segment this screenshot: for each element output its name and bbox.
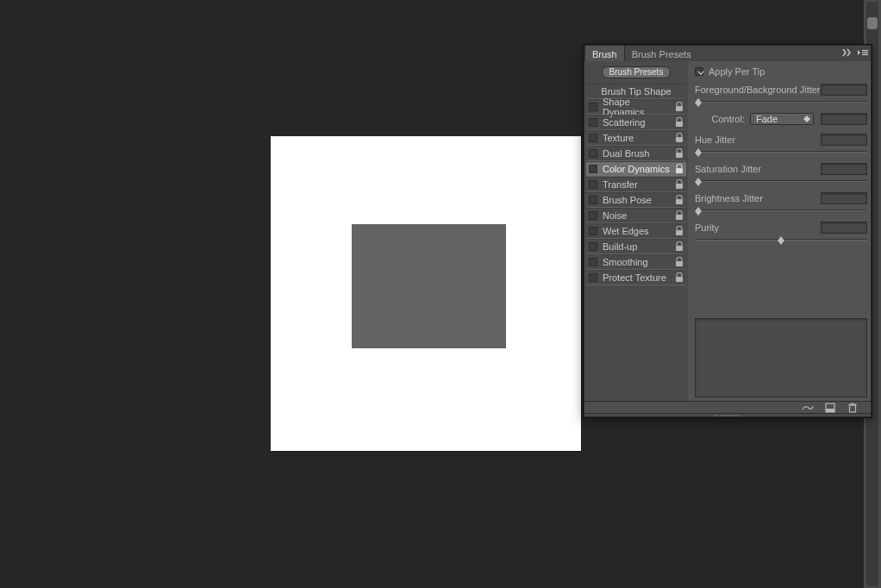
slider-knob[interactable] — [695, 98, 702, 107]
option-texture[interactable]: Texture — [586, 130, 686, 146]
lock-icon[interactable] — [675, 179, 684, 190]
svg-rect-5 — [676, 137, 683, 142]
fgbg-jitter-slider[interactable] — [695, 101, 867, 103]
lock-icon[interactable] — [675, 226, 684, 236]
option-wet-edges[interactable]: Wet Edges — [586, 223, 686, 239]
svg-rect-10 — [676, 215, 683, 220]
checkbox[interactable] — [589, 134, 597, 142]
checkbox[interactable] — [589, 103, 597, 111]
tab-brush-presets[interactable]: Brush Presets — [625, 46, 698, 61]
option-label: Protect Texture — [603, 272, 673, 283]
option-scattering[interactable]: Scattering — [586, 115, 686, 130]
lock-icon[interactable] — [675, 102, 684, 112]
option-protect-texture[interactable]: Protect Texture — [586, 270, 686, 285]
option-label: Scattering — [603, 117, 673, 128]
saturation-jitter-slider[interactable] — [695, 180, 867, 182]
new-preset-icon[interactable] — [824, 403, 836, 413]
checkbox[interactable] — [589, 273, 597, 282]
svg-rect-16 — [826, 409, 834, 412]
svg-rect-3 — [676, 106, 683, 111]
option-label: Brush Tip Shape — [589, 86, 684, 97]
panel-menu-icon[interactable] — [857, 47, 869, 59]
slider-knob[interactable] — [695, 148, 702, 157]
apply-per-tip-checkbox[interactable] — [695, 67, 703, 76]
panel-resize-grip[interactable] — [584, 413, 871, 416]
apply-per-tip-row[interactable]: Apply Per Tip — [695, 66, 867, 77]
apply-per-tip-label: Apply Per Tip — [709, 66, 765, 77]
control-steps-field[interactable] — [821, 113, 867, 125]
checkbox[interactable] — [589, 149, 597, 158]
brightness-jitter-field[interactable] — [821, 192, 867, 204]
lock-icon[interactable] — [675, 133, 684, 143]
hue-jitter-field[interactable] — [821, 134, 867, 146]
slider-knob[interactable] — [695, 178, 702, 186]
svg-rect-17 — [850, 405, 856, 412]
purity-slider[interactable] — [695, 239, 867, 241]
checkbox[interactable] — [589, 196, 597, 204]
purity-field[interactable] — [821, 222, 867, 234]
saturation-jitter-label: Saturation Jitter — [695, 164, 761, 174]
toggle-live-tip-icon[interactable] — [802, 403, 814, 413]
checkbox[interactable] — [589, 118, 597, 127]
brush-presets-button[interactable]: Brush Presets — [602, 66, 671, 78]
option-label: Brush Pose — [603, 195, 673, 205]
svg-rect-9 — [676, 199, 683, 204]
checkbox[interactable] — [589, 227, 597, 235]
brush-preview — [695, 318, 867, 397]
checkbox[interactable] — [589, 211, 597, 220]
saturation-jitter-field[interactable] — [821, 163, 867, 175]
checkbox[interactable] — [589, 242, 597, 251]
slider-knob[interactable] — [778, 236, 784, 245]
panel-footer — [584, 401, 871, 413]
option-brush-pose[interactable]: Brush Pose — [586, 192, 686, 208]
painted-rectangle — [352, 224, 506, 348]
svg-rect-8 — [676, 184, 683, 189]
svg-rect-7 — [676, 168, 683, 173]
fgbg-jitter-field[interactable] — [821, 84, 867, 96]
option-smoothing[interactable]: Smoothing — [586, 254, 686, 270]
canvas[interactable] — [271, 136, 581, 451]
lock-icon[interactable] — [675, 210, 684, 221]
trash-icon[interactable] — [847, 403, 859, 413]
checkbox[interactable] — [589, 258, 597, 266]
lock-icon[interactable] — [675, 164, 684, 174]
option-label: Texture — [603, 133, 673, 143]
brightness-jitter-label: Brightness Jitter — [695, 193, 763, 203]
svg-rect-13 — [676, 261, 683, 266]
collapse-panel-icon[interactable] — [841, 47, 853, 59]
lock-icon[interactable] — [675, 257, 684, 267]
lock-icon[interactable] — [675, 148, 684, 159]
option-transfer[interactable]: Transfer — [586, 177, 686, 192]
checkbox[interactable] — [589, 165, 597, 173]
option-label: Transfer — [603, 179, 673, 190]
option-build-up[interactable]: Build-up — [586, 239, 686, 254]
control-label: Control: — [695, 114, 745, 124]
checkbox[interactable] — [589, 180, 597, 189]
option-noise[interactable]: Noise — [586, 208, 686, 223]
lock-icon[interactable] — [675, 195, 684, 205]
panel-tabbar: Brush Brush Presets — [584, 46, 871, 61]
vertical-scrollbar-thumb[interactable] — [867, 17, 878, 29]
tab-brush[interactable]: Brush — [584, 46, 625, 61]
svg-rect-11 — [676, 230, 683, 235]
purity-label: Purity — [695, 222, 719, 233]
fgbg-jitter-label: Foreground/Background Jitter — [695, 84, 821, 95]
lock-icon[interactable] — [675, 272, 684, 283]
control-dropdown-value: Fade — [756, 114, 778, 124]
option-label: Build-up — [603, 241, 673, 252]
option-dual-brush[interactable]: Dual Brush — [586, 146, 686, 161]
brush-options-list: Brush Presets Brush Tip Shape Shape Dyna… — [584, 61, 688, 401]
option-color-dynamics[interactable]: Color Dynamics — [586, 161, 686, 177]
svg-rect-0 — [862, 50, 868, 51]
svg-rect-12 — [676, 246, 683, 251]
slider-knob[interactable] — [695, 207, 702, 216]
hue-jitter-slider[interactable] — [695, 151, 867, 153]
svg-rect-4 — [676, 122, 683, 127]
brightness-jitter-slider[interactable] — [695, 210, 867, 211]
svg-rect-19 — [852, 403, 854, 403]
lock-icon[interactable] — [675, 117, 684, 128]
option-shape-dynamics[interactable]: Shape Dynamics — [586, 99, 686, 115]
control-dropdown[interactable]: Fade — [750, 113, 814, 125]
lock-icon[interactable] — [675, 241, 684, 252]
color-dynamics-settings: Apply Per Tip Foreground/Background Jitt… — [688, 61, 871, 401]
